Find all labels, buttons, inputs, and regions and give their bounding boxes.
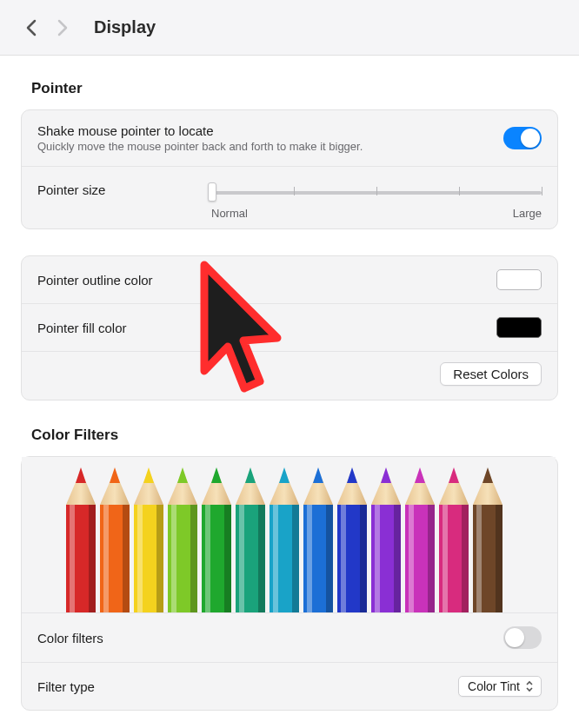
svg-rect-13: [156, 505, 163, 613]
forward-button[interactable]: [47, 12, 78, 43]
svg-rect-27: [239, 505, 244, 613]
svg-rect-57: [443, 505, 448, 613]
back-button[interactable]: [16, 12, 47, 43]
large-pointer-preview: [187, 258, 291, 417]
shake-label: Shake mouse pointer to locate: [37, 123, 503, 138]
chevron-up-down-icon: [525, 678, 537, 694]
color-filters-label: Color filters: [37, 631, 503, 645]
svg-rect-22: [205, 505, 210, 613]
pointer-size-row: Pointer size Normal Large: [22, 167, 557, 228]
svg-rect-42: [341, 505, 346, 613]
svg-rect-28: [258, 505, 265, 613]
content: Pointer Shake mouse pointer to locate Qu…: [0, 56, 579, 711]
outline-color-swatch[interactable]: [496, 269, 542, 290]
shake-row: Shake mouse pointer to locate Quickly mo…: [22, 110, 557, 167]
pointer-size-max: Large: [513, 207, 542, 220]
svg-rect-53: [428, 505, 435, 613]
svg-rect-33: [292, 505, 299, 613]
toolbar: Display: [0, 0, 579, 56]
pointer-size-min: Normal: [211, 207, 248, 220]
filter-type-value: Color Tint: [468, 679, 520, 693]
fill-color-swatch[interactable]: [496, 317, 542, 338]
svg-rect-47: [375, 505, 380, 613]
svg-rect-7: [103, 505, 109, 613]
color-filters-section-title: Color Filters: [31, 427, 558, 444]
svg-rect-18: [190, 505, 197, 613]
svg-rect-62: [476, 505, 482, 613]
svg-rect-23: [224, 505, 231, 613]
svg-rect-3: [89, 505, 96, 613]
svg-rect-32: [273, 505, 278, 613]
filter-type-label: Filter type: [37, 679, 458, 694]
svg-rect-8: [123, 505, 130, 613]
color-filters-row: Color filters: [22, 613, 557, 663]
svg-rect-17: [171, 505, 176, 613]
pencils-preview: [22, 457, 557, 613]
filter-type-popup[interactable]: Color Tint: [458, 676, 542, 697]
pointer-colors-panel: Pointer outline color Pointer fill color…: [21, 255, 558, 400]
svg-rect-2: [70, 505, 75, 613]
shake-toggle[interactable]: [503, 127, 542, 149]
svg-rect-48: [394, 505, 401, 613]
shake-sublabel: Quickly move the mouse pointer back and …: [37, 140, 503, 153]
svg-rect-63: [496, 505, 502, 613]
svg-rect-58: [462, 505, 469, 613]
pointer-size-thumb[interactable]: [208, 182, 216, 202]
svg-rect-37: [307, 505, 312, 613]
pointer-size-slider[interactable]: [211, 179, 542, 205]
svg-rect-12: [137, 505, 143, 613]
page-title: Display: [94, 17, 156, 37]
svg-rect-52: [409, 505, 414, 613]
filter-type-row: Filter type Color Tint: [22, 663, 557, 710]
svg-rect-38: [326, 505, 333, 613]
svg-rect-43: [360, 505, 367, 613]
pointer-size-label: Pointer size: [37, 179, 211, 197]
pointer-section-title: Pointer: [31, 80, 558, 97]
reset-colors-button[interactable]: Reset Colors: [440, 362, 542, 386]
pointer-panel: Shake mouse pointer to locate Quickly mo…: [21, 109, 558, 229]
color-filters-panel: Color filters Filter type Color Tint: [21, 456, 558, 711]
color-filters-toggle[interactable]: [503, 626, 542, 649]
